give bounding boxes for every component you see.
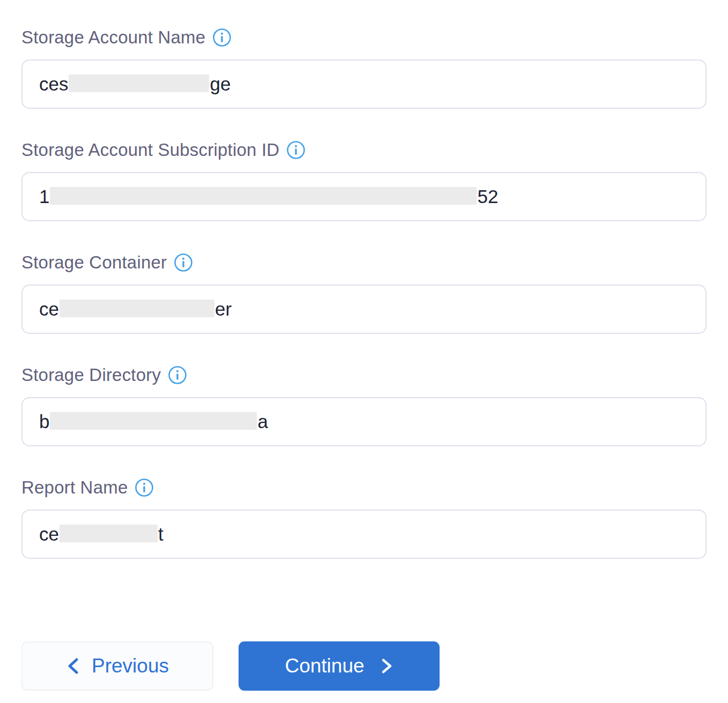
redaction-box xyxy=(50,187,477,205)
storage-directory-input[interactable]: ba xyxy=(21,397,707,446)
storage-container-input[interactable]: ceer xyxy=(21,285,707,334)
previous-button-label: Previous xyxy=(92,655,169,677)
field-label-row: Storage Container xyxy=(21,252,707,273)
input-value-suffix: ge xyxy=(210,73,231,95)
info-icon[interactable] xyxy=(174,253,193,272)
continue-button[interactable]: Continue xyxy=(239,641,440,691)
info-icon[interactable] xyxy=(168,365,187,385)
field-storage-directory: Storage Directory ba xyxy=(21,364,707,446)
input-value-prefix: ce xyxy=(39,298,59,320)
redaction-box xyxy=(60,300,214,317)
field-label: Storage Account Subscription ID xyxy=(21,140,279,160)
field-label-row: Storage Directory xyxy=(21,364,707,386)
field-report-name: Report Name cet xyxy=(21,477,707,559)
input-value-prefix: 1 xyxy=(39,186,49,207)
input-value-suffix: er xyxy=(215,298,232,320)
field-label-row: Storage Account Subscription ID xyxy=(21,139,707,161)
field-storage-account-name: Storage Account Name cesge xyxy=(21,27,707,109)
input-value-suffix: a xyxy=(257,411,268,432)
report-name-input[interactable]: cet xyxy=(21,510,707,559)
input-value-prefix: ce xyxy=(39,523,59,545)
redaction-box xyxy=(50,412,257,430)
info-icon[interactable] xyxy=(135,478,154,497)
field-label: Storage Directory xyxy=(21,365,161,385)
info-icon[interactable] xyxy=(286,140,306,160)
input-value-suffix: 52 xyxy=(477,186,498,207)
field-storage-account-subscription-id: Storage Account Subscription ID 152 xyxy=(21,139,707,221)
field-storage-container: Storage Container ceer xyxy=(21,252,707,334)
redaction-box xyxy=(60,525,158,542)
field-label: Report Name xyxy=(21,477,128,498)
input-value-prefix: b xyxy=(39,411,49,432)
input-value-prefix: ces xyxy=(39,73,68,95)
storage-account-subscription-id-input[interactable]: 152 xyxy=(21,172,707,221)
redaction-box xyxy=(69,74,209,92)
field-label-row: Report Name xyxy=(21,477,707,498)
field-label: Storage Account Name xyxy=(21,27,205,48)
continue-button-label: Continue xyxy=(285,655,364,677)
previous-button[interactable]: Previous xyxy=(21,641,213,691)
chevron-left-icon xyxy=(66,655,80,677)
field-label: Storage Container xyxy=(21,252,167,273)
form-actions: Previous Continue xyxy=(21,641,440,691)
storage-account-name-input[interactable]: cesge xyxy=(21,59,707,109)
input-value-suffix: t xyxy=(158,523,164,545)
chevron-right-icon xyxy=(381,656,393,676)
storage-settings-form: Storage Account Name cesge Storage Accou… xyxy=(21,0,707,589)
field-label-row: Storage Account Name xyxy=(21,27,707,48)
info-icon[interactable] xyxy=(212,28,232,47)
